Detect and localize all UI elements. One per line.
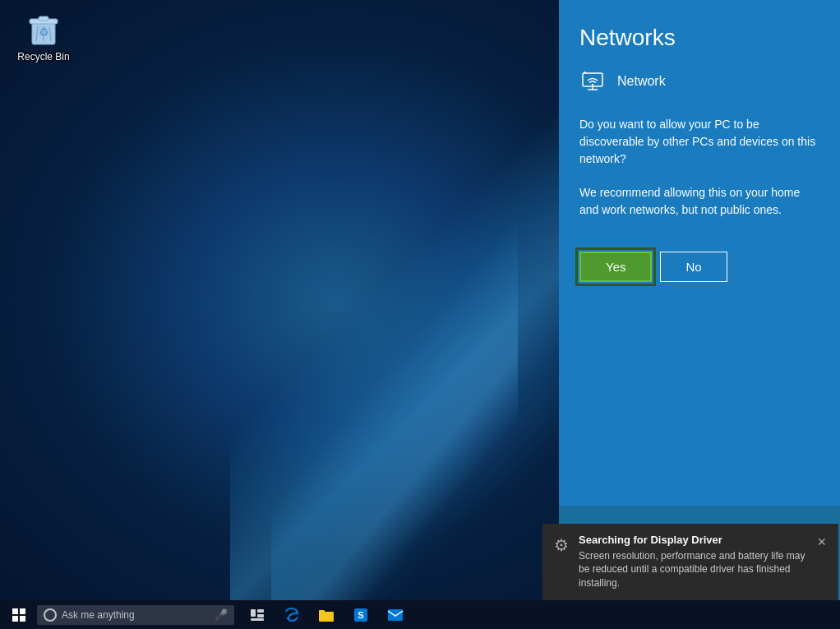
svg-rect-2 — [39, 16, 48, 21]
recycle-bin-label: Recycle Bin — [17, 51, 69, 62]
notification-content: Searching for Display Driver Screen reso… — [579, 534, 807, 590]
svg-rect-18 — [388, 609, 403, 621]
notification-toast: ⚙ Searching for Display Driver Screen re… — [542, 524, 838, 600]
network-icon — [579, 72, 606, 91]
file-explorer-button[interactable] — [310, 600, 343, 629]
svg-rect-14 — [257, 614, 264, 617]
store-button[interactable]: S — [344, 600, 377, 629]
start-button[interactable] — [0, 600, 37, 629]
svg-rect-15 — [251, 618, 264, 621]
networks-panel: Networks Network Do you want to allow yo… — [559, 0, 840, 506]
networks-title: Networks — [579, 25, 819, 51]
taskbar: Ask me anything 🎤 — [0, 600, 840, 629]
search-box[interactable]: Ask me anything 🎤 — [37, 605, 234, 625]
network-item[interactable]: Network — [579, 72, 819, 91]
mail-button[interactable] — [379, 600, 412, 629]
network-buttons: Yes No — [579, 252, 819, 282]
recycle-bin-graphic: ♻ — [24, 8, 63, 48]
edge-browser-button[interactable] — [275, 600, 308, 629]
notification-title: Searching for Display Driver — [579, 534, 807, 546]
svg-text:S: S — [358, 610, 363, 620]
search-placeholder: Ask me anything — [62, 609, 135, 621]
windows-logo-icon — [12, 608, 25, 622]
taskbar-actions: S — [241, 600, 412, 629]
network-question: Do you want to allow your PC to be disco… — [579, 116, 819, 168]
gear-icon: ⚙ — [554, 535, 569, 555]
network-recommendation: We recommend allowing this on your home … — [579, 184, 819, 219]
svg-rect-13 — [257, 609, 264, 613]
notification-close-button[interactable]: ✕ — [817, 535, 827, 548]
svg-rect-12 — [251, 609, 256, 617]
yes-button[interactable]: Yes — [579, 252, 652, 282]
task-view-button[interactable] — [241, 600, 274, 629]
microphone-icon[interactable]: 🎤 — [215, 608, 228, 621]
svg-point-11 — [592, 84, 593, 86]
network-name: Network — [617, 74, 666, 89]
desktop — [0, 0, 559, 600]
svg-text:♻: ♻ — [39, 25, 49, 39]
recycle-bin-icon[interactable]: ♻ Recycle Bin — [12, 8, 75, 62]
notification-body: Screen resolution, performance and batte… — [579, 549, 807, 590]
no-button[interactable]: No — [660, 252, 727, 282]
search-icon — [44, 608, 57, 622]
